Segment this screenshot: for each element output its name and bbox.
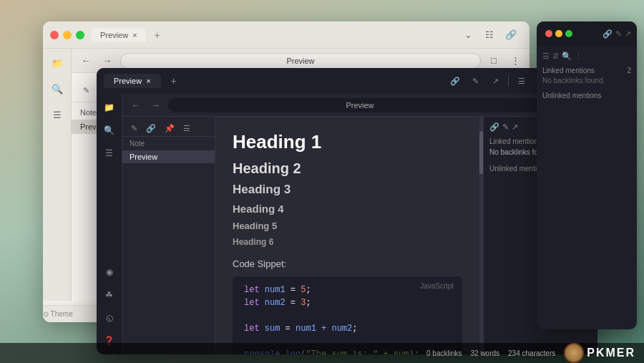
code-var-sum: sum bbox=[265, 324, 280, 334]
code-line-3: let sum = num1 + num2; bbox=[244, 324, 451, 334]
mid-file-link-icon[interactable]: 🔗 bbox=[143, 122, 159, 135]
bg-max-button[interactable] bbox=[76, 31, 84, 39]
mid-sidebar-folder-icon[interactable]: 📁 bbox=[102, 100, 117, 115]
front-more-icon[interactable]: ⋮ bbox=[575, 52, 582, 61]
bg-min-button[interactable] bbox=[63, 31, 72, 39]
bg-sidebar-bookmark-icon[interactable]: ☰ bbox=[49, 106, 66, 123]
mid-back-icon[interactable]: ← bbox=[128, 97, 144, 113]
chars-status: 234 characters bbox=[508, 349, 555, 357]
mid-file-item-preview[interactable]: Preview bbox=[122, 150, 215, 163]
mid-list-icon[interactable]: ☰ bbox=[513, 72, 530, 89]
bg-forward-icon[interactable]: → bbox=[99, 52, 116, 69]
bg-close-button[interactable] bbox=[50, 31, 59, 39]
preview-scrollbar-thumb bbox=[479, 131, 483, 174]
front-no-backlinks: No backlinks found. bbox=[542, 77, 631, 84]
front-link-icon[interactable]: 🔗 bbox=[602, 29, 613, 39]
mid-sidebar-search-icon[interactable]: 🔍 bbox=[102, 122, 117, 138]
code-op-2: = bbox=[286, 298, 301, 308]
bg-split-icon[interactable]: □ bbox=[485, 52, 502, 69]
code-section-label: Code Sippet: bbox=[233, 258, 462, 269]
bg-down-arrow-icon[interactable]: ⌄ bbox=[459, 26, 477, 44]
preview-content: Heading 1 Heading 2 Heading 3 Heading 4 … bbox=[215, 117, 479, 354]
code-keyword-let-3: let bbox=[244, 324, 265, 334]
bg-tab-close[interactable]: × bbox=[132, 31, 137, 39]
mid-link-icon[interactable]: 🔗 bbox=[447, 72, 464, 89]
main-window: Preview × + 🔗 ✎ ↗ ☰ ⇵ 🔍 ⋮ 📁 🔍 ☰ ◉ ☘ ◵ ❓ bbox=[97, 68, 597, 354]
mid-body: 📁 🔍 ☰ ◉ ☘ ◵ ❓ ← → Preview □ ⋮ ✎ 🔗 bbox=[97, 94, 597, 354]
bg-tab-label: Preview bbox=[100, 31, 128, 39]
heading-1: Heading 1 bbox=[233, 131, 462, 153]
front-search-icon[interactable]: 🔍 bbox=[562, 52, 572, 61]
front-linked-section: Linked mentions 2 No backlinks found. bbox=[542, 67, 631, 84]
front-list-icon[interactable]: ☰ bbox=[542, 52, 550, 61]
rp-external-icon[interactable]: ↗ bbox=[512, 122, 518, 132]
mid-file-panel: ✎ 🔗 📌 ☰ Note Preview bbox=[122, 117, 215, 354]
bg-more-icon[interactable]: ⋮ bbox=[507, 52, 524, 69]
mid-sidebar-bookmark-icon[interactable]: ☰ bbox=[102, 145, 117, 161]
mid-new-tab-button[interactable]: + bbox=[167, 75, 181, 87]
mid-sidebar-history-icon[interactable]: ◵ bbox=[102, 310, 117, 326]
mid-sidebar-graph-icon[interactable]: ◉ bbox=[102, 264, 117, 280]
mid-breadcrumb: Note bbox=[122, 137, 215, 150]
mid-url-input[interactable]: Preview bbox=[168, 98, 552, 112]
front-close-light[interactable] bbox=[545, 30, 552, 37]
front-unlinked-text: Unlinked mentions bbox=[542, 92, 601, 100]
bg-grid-icon[interactable]: ☷ bbox=[481, 26, 498, 44]
code-semi-1: ; bbox=[306, 285, 311, 295]
mid-file-menu-icon[interactable]: ☰ bbox=[180, 122, 193, 135]
mid-edit-icon[interactable]: ✎ bbox=[467, 72, 484, 89]
pkmer-logo: PKMER bbox=[564, 343, 635, 363]
mid-file-edit-icon[interactable]: ✎ bbox=[128, 122, 140, 135]
code-op-3: = bbox=[280, 324, 296, 334]
mid-tab-close[interactable]: × bbox=[146, 77, 150, 85]
preview-scrollbar[interactable] bbox=[479, 117, 483, 354]
heading-6: Heading 6 bbox=[233, 237, 462, 247]
bg-chain-icon[interactable]: 🔗 bbox=[502, 26, 519, 44]
backlinks-status: 0 backlinks bbox=[426, 349, 462, 357]
front-min-light[interactable] bbox=[555, 30, 562, 37]
front-linked-label: Linked mentions 2 bbox=[542, 67, 631, 74]
code-semi-3: ; bbox=[352, 324, 357, 334]
code-var-num2: num2 bbox=[265, 298, 286, 308]
pkmer-brand-text: PKMER bbox=[587, 347, 635, 359]
mid-external-icon[interactable]: ↗ bbox=[487, 72, 504, 89]
bg-sidebar-folder-icon[interactable]: 📁 bbox=[49, 54, 66, 72]
code-rhs-sum: num1 + num2 bbox=[296, 324, 352, 334]
front-edit-icon[interactable]: ✎ bbox=[615, 29, 622, 39]
rp-edit-icon[interactable]: ✎ bbox=[502, 122, 509, 132]
code-keyword-let-1: let bbox=[244, 285, 265, 295]
mid-sidebar-plugin-icon[interactable]: ☘ bbox=[102, 287, 117, 303]
bg-sidebar-search-icon[interactable]: 🔍 bbox=[49, 80, 66, 97]
bg-url-input[interactable]: Preview bbox=[120, 53, 481, 69]
mid-content-area: ✎ 🔗 📌 ☰ Note Preview Heading 1 Heading 2… bbox=[122, 117, 597, 354]
bg-edit-icon[interactable]: ✎ bbox=[77, 82, 94, 99]
bg-titlebar: Preview × + ⌄ ☷ 🔗 bbox=[43, 21, 530, 49]
front-toolbar: ☰ ⇵ 🔍 ⋮ bbox=[542, 52, 631, 61]
front-linked-text: Linked mentions bbox=[542, 67, 595, 74]
front-window: 🔗 ✎ ↗ ☰ ⇵ 🔍 ⋮ Linked mentions 2 No backl… bbox=[537, 21, 637, 329]
front-external-icon[interactable]: ↗ bbox=[625, 29, 631, 39]
status-bar: 0 backlinks 32 words 234 characters PKME… bbox=[0, 343, 644, 363]
heading-4: Heading 4 bbox=[233, 203, 462, 215]
bg-new-tab-button[interactable]: + bbox=[149, 29, 166, 41]
mid-forward-icon[interactable]: → bbox=[148, 97, 164, 113]
front-titlebar: 🔗 ✎ ↗ bbox=[537, 21, 637, 46]
mid-tab-preview[interactable]: Preview × bbox=[104, 74, 161, 88]
pkmer-circle-icon bbox=[564, 343, 584, 363]
mid-main-area: ← → Preview □ ⋮ ✎ 🔗 📌 ☰ Note Preview bbox=[122, 94, 597, 354]
heading-2: Heading 2 bbox=[233, 160, 462, 177]
rp-linked-text: Linked mentions bbox=[489, 137, 542, 145]
front-max-light[interactable] bbox=[565, 30, 572, 37]
front-sort-icon[interactable]: ⇵ bbox=[552, 52, 559, 61]
mid-file-pin-icon[interactable]: 📌 bbox=[162, 122, 177, 135]
front-unlinked-section: Unlinked mentions bbox=[542, 92, 631, 100]
rp-link-icon[interactable]: 🔗 bbox=[489, 122, 499, 132]
mid-sidebar: 📁 🔍 ☰ ◉ ☘ ◵ ❓ bbox=[97, 94, 122, 354]
front-unlinked-label: Unlinked mentions bbox=[542, 92, 631, 100]
bg-theme-label: ⊙ Theme bbox=[43, 310, 73, 318]
front-linked-count: 2 bbox=[627, 67, 631, 74]
bg-tab-preview[interactable]: Preview × bbox=[92, 28, 146, 42]
front-body: ☰ ⇵ 🔍 ⋮ Linked mentions 2 No backlinks f… bbox=[537, 46, 637, 112]
code-line-2: let num2 = 3; bbox=[244, 298, 451, 308]
bg-back-icon[interactable]: ← bbox=[77, 52, 94, 69]
